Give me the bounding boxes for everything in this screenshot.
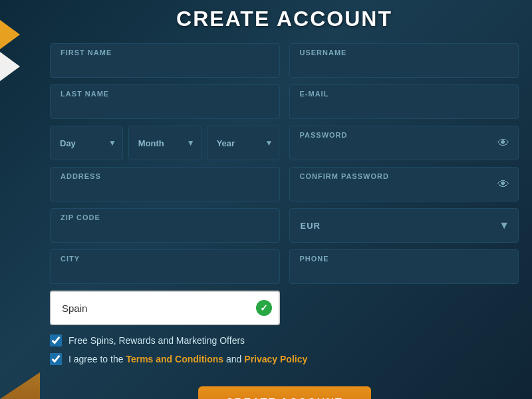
marketing-checkbox[interactable] [50,334,62,346]
page-title: CREATE ACCOUNT [50,7,519,31]
create-account-button[interactable]: CREATE ACCOUNT [198,386,371,399]
month-select[interactable]: Month JanuaryFebruaryMarch AprilMayJune [128,126,201,160]
country-input[interactable] [50,291,280,325]
first-name-input[interactable] [50,43,280,78]
email-input[interactable] [289,84,519,119]
first-name-field: FIRST NAME [50,43,280,78]
phone-field: PHONE [289,249,519,284]
day-select-wrapper: Day 123 ▼ [50,126,123,160]
password-field: PASSWORD 👁 [289,126,519,160]
address-input[interactable] [50,167,280,201]
confirm-password-input[interactable] [289,167,519,201]
currency-select[interactable]: EUR USD GBP [289,208,519,243]
last-name-field: LAST NAME [50,84,280,119]
username-field: USERNAME [289,43,519,78]
day-select[interactable]: Day 123 [50,126,123,160]
confirm-password-eye-icon[interactable]: 👁 [497,178,509,192]
decoration-character [0,332,40,399]
month-select-wrapper: Month JanuaryFebruaryMarch AprilMayJune … [128,126,201,160]
terms-checkbox-row: I agree to the Terms and Conditions and … [50,353,519,365]
email-field: E-MAIL [289,84,519,119]
city-field: CITY [50,249,280,284]
terms-checkbox[interactable] [50,353,62,365]
currency-field: EUR USD GBP ▼ [289,208,519,243]
date-of-birth-row: Day 123 ▼ Month JanuaryFebruaryMarch Apr… [50,126,280,160]
confirm-password-field: CONFIRM PASSWORD 👁 [289,167,519,201]
marketing-label: Free Spins, Rewards and Marketing Offers [68,335,245,346]
year-select[interactable]: Year 2000199919901980 [207,126,280,160]
zip-code-input[interactable] [50,208,280,243]
city-input[interactable] [50,249,280,284]
country-checkmark-icon: ✓ [256,300,272,316]
address-field: ADDRESS [50,167,280,201]
year-select-wrapper: Year 2000199919901980 ▼ [207,126,280,160]
privacy-link[interactable]: Privacy Policy [244,354,307,364]
zip-code-field: ZIP CODE [50,208,280,243]
marketing-checkbox-row: Free Spins, Rewards and Marketing Offers [50,334,519,346]
password-input[interactable] [289,126,519,160]
registration-form: FIRST NAME USERNAME LAST NAME E-MAIL Day… [50,43,519,399]
logo-chevron-orange [0,20,20,49]
last-name-input[interactable] [50,84,280,119]
terms-text: I agree to the Terms and Conditions and … [68,354,307,364]
username-input[interactable] [289,43,519,78]
logo-chevron-white [0,52,20,81]
country-field: ✓ [50,291,280,325]
submit-row: CREATE ACCOUNT [50,378,519,399]
logo [0,20,37,73]
terms-link[interactable]: Terms and Conditions [126,354,223,364]
password-eye-icon[interactable]: 👁 [497,136,509,150]
phone-input[interactable] [289,249,519,284]
consent-section: Free Spins, Rewards and Marketing Offers… [50,334,519,372]
